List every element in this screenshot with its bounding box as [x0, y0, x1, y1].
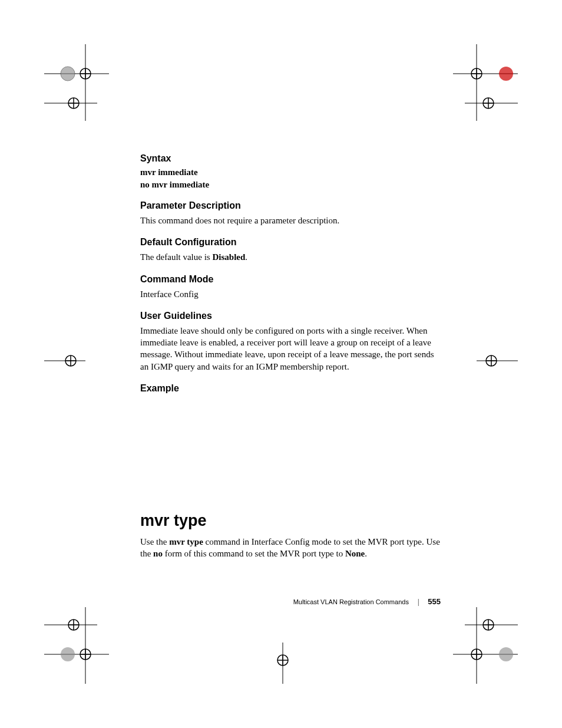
page-number: 555	[428, 597, 441, 606]
command-description: Use the mvr type command in Interface Co…	[140, 536, 441, 560]
syntax-line: no mvr immediate	[140, 180, 441, 190]
crop-mark-icon	[44, 607, 109, 684]
crop-mark-icon	[265, 643, 300, 684]
footer-section-title: Multicast VLAN Registration Commands	[293, 598, 409, 605]
default-configuration-heading: Default Configuration	[140, 237, 441, 248]
crop-mark-icon	[44, 44, 109, 121]
footer-separator: |	[418, 598, 419, 606]
user-guidelines-text: Immediate leave should only be configure…	[140, 325, 441, 373]
crop-mark-icon	[453, 44, 518, 121]
crop-mark-icon	[44, 343, 85, 378]
example-heading: Example	[140, 383, 441, 394]
parameter-description-heading: Parameter Description	[140, 200, 441, 211]
svg-point-16	[499, 67, 513, 81]
crop-mark-icon	[477, 343, 518, 378]
crop-mark-icon	[453, 607, 518, 684]
page-footer: Multicast VLAN Registration Commands | 5…	[293, 597, 441, 607]
user-guidelines-heading: User Guidelines	[140, 311, 441, 321]
parameter-description-text: This command does not require a paramete…	[140, 215, 441, 226]
command-mode-text: Interface Config	[140, 288, 441, 300]
syntax-heading: Syntax	[140, 153, 441, 164]
command-mode-heading: Command Mode	[140, 274, 441, 285]
default-configuration-text: The default value is Disabled.	[140, 251, 441, 263]
syntax-line: mvr immediate	[140, 167, 441, 177]
command-title: mvr type	[140, 512, 441, 530]
svg-point-6	[61, 67, 75, 81]
page-content: Syntax mvr immediate no mvr immediate Pa…	[140, 153, 441, 561]
svg-point-44	[499, 647, 513, 661]
svg-point-34	[61, 647, 75, 661]
